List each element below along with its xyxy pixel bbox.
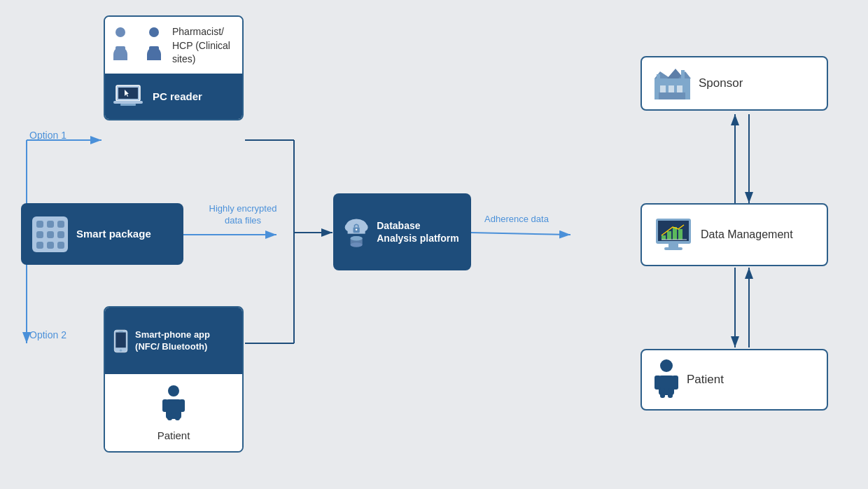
pharmacist-label: Pharmacist/ HCP (Clinical sites) xyxy=(172,25,235,67)
svg-rect-45 xyxy=(175,412,180,420)
smartphone-icon xyxy=(113,323,128,359)
database-platform-box: Database Analysis platform xyxy=(333,193,471,270)
sponsor-box: Sponsor xyxy=(640,56,828,111)
sponsor-label: Sponsor xyxy=(699,76,743,91)
option1-label: Option 1 xyxy=(29,130,66,141)
svg-rect-18 xyxy=(115,46,125,57)
svg-rect-20 xyxy=(149,46,159,57)
svg-rect-43 xyxy=(179,399,185,412)
svg-point-55 xyxy=(351,236,363,241)
data-mgmt-icon xyxy=(653,216,694,254)
svg-rect-78 xyxy=(672,376,678,390)
svg-rect-80 xyxy=(668,388,673,398)
person2-icon xyxy=(140,25,165,60)
svg-rect-64 xyxy=(681,70,685,80)
svg-rect-79 xyxy=(660,388,665,398)
svg-rect-44 xyxy=(167,412,172,420)
data-mgmt-box: Data Management xyxy=(640,203,828,266)
svg-rect-34 xyxy=(47,242,54,249)
smart-package-icon xyxy=(31,215,69,254)
svg-point-51 xyxy=(356,228,358,230)
pharmacist-top: Pharmacist/ HCP (Clinical sites) xyxy=(105,17,242,74)
svg-rect-69 xyxy=(667,231,671,240)
data-mgmt-label: Data Management xyxy=(701,228,793,242)
pharmacist-area: Pharmacist/ HCP (Clinical sites) PC read… xyxy=(104,15,244,120)
svg-rect-27 xyxy=(36,221,43,228)
svg-rect-32 xyxy=(57,231,64,238)
svg-rect-30 xyxy=(36,231,43,238)
svg-rect-61 xyxy=(668,85,674,92)
database-label: Database Analysis platform xyxy=(377,219,461,245)
laptop-icon xyxy=(113,83,146,109)
encrypted-label: Highly encrypted data files xyxy=(204,203,281,227)
svg-rect-39 xyxy=(118,331,123,331)
svg-rect-31 xyxy=(47,231,54,238)
diagram: Option 1 Option 2 Pharmacist/ HCP ( xyxy=(0,0,868,489)
svg-rect-25 xyxy=(120,104,136,106)
patient-right-box: Patient xyxy=(640,349,828,411)
pharmacist-icons xyxy=(112,25,165,60)
svg-rect-29 xyxy=(57,221,64,228)
svg-rect-35 xyxy=(57,242,64,249)
option2-label: Option 2 xyxy=(29,329,66,340)
patient-bottom-section: Patient xyxy=(105,374,242,451)
smartphone-top: Smart-phone app (NFC/ Bluetooth) xyxy=(105,308,242,374)
smartphone-area: Smart-phone app (NFC/ Bluetooth) Patient xyxy=(104,306,244,453)
pc-reader-box: PC reader xyxy=(105,74,242,119)
svg-rect-62 xyxy=(677,85,682,92)
smart-package-label: Smart package xyxy=(76,227,151,241)
svg-point-38 xyxy=(120,349,122,351)
svg-point-40 xyxy=(168,385,179,397)
cloud-database-icon xyxy=(343,207,370,257)
smart-package-box: Smart package xyxy=(21,203,183,265)
person1-icon xyxy=(112,25,137,60)
svg-point-17 xyxy=(115,27,125,37)
svg-rect-37 xyxy=(115,332,126,347)
svg-rect-24 xyxy=(113,101,143,104)
svg-rect-63 xyxy=(659,92,685,99)
adherence-label: Adherence data xyxy=(475,214,559,226)
patient-right-icon xyxy=(653,359,680,401)
svg-point-54 xyxy=(351,242,363,247)
svg-rect-33 xyxy=(36,242,43,249)
sponsor-icon xyxy=(653,66,692,101)
svg-rect-74 xyxy=(664,247,682,250)
svg-rect-73 xyxy=(668,244,678,247)
smartphone-label: Smart-phone app (NFC/ Bluetooth) xyxy=(135,329,234,353)
svg-rect-77 xyxy=(654,376,661,390)
svg-rect-60 xyxy=(660,85,666,92)
svg-rect-71 xyxy=(678,229,682,240)
svg-line-12 xyxy=(470,233,570,235)
patient-right-label: Patient xyxy=(687,372,724,387)
svg-rect-65 xyxy=(657,74,660,80)
svg-rect-42 xyxy=(162,399,168,412)
patient-bottom-icon xyxy=(160,384,187,422)
svg-point-19 xyxy=(149,27,159,37)
pc-reader-label: PC reader xyxy=(153,90,202,104)
svg-rect-68 xyxy=(662,235,666,240)
svg-point-75 xyxy=(660,359,673,372)
patient-bottom-label: Patient xyxy=(158,429,190,441)
svg-rect-28 xyxy=(47,221,54,228)
